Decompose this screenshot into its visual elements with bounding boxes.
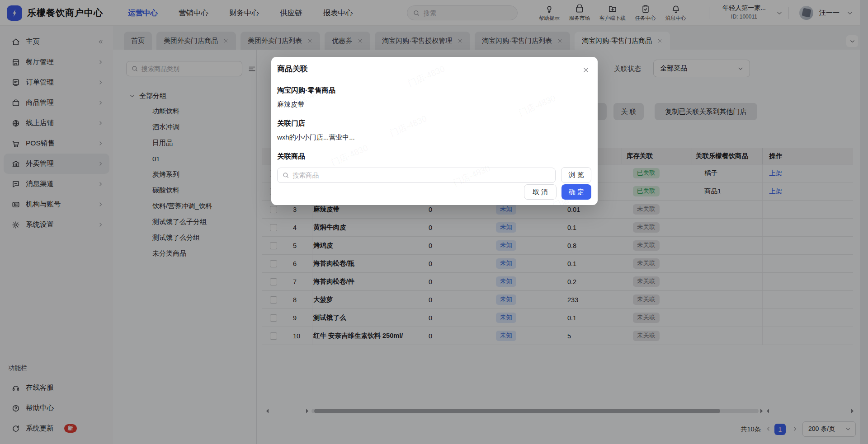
linked-product-label: 关联商品	[277, 152, 591, 161]
linked-store-label: 关联门店	[277, 119, 591, 128]
modal-product-search[interactable]	[277, 168, 556, 183]
modal-title: 商品关联	[277, 57, 591, 74]
browse-button[interactable]: 浏 览	[561, 167, 591, 183]
search-icon	[282, 172, 289, 179]
product-link-modal: 门店-4830门店-4830门店-4830门店-4830门店-4830门店-48…	[271, 57, 598, 205]
modal-product-search-input[interactable]	[292, 172, 555, 179]
linked-store-value: wxh的小小门店...营业中...	[277, 133, 591, 142]
cancel-button[interactable]: 取 消	[524, 184, 557, 200]
taobao-product-label: 淘宝闪购·零售商品	[277, 86, 591, 95]
close-icon[interactable]	[582, 66, 590, 74]
taobao-product-value: 麻辣皮带	[277, 100, 591, 109]
confirm-button[interactable]: 确 定	[561, 184, 591, 200]
